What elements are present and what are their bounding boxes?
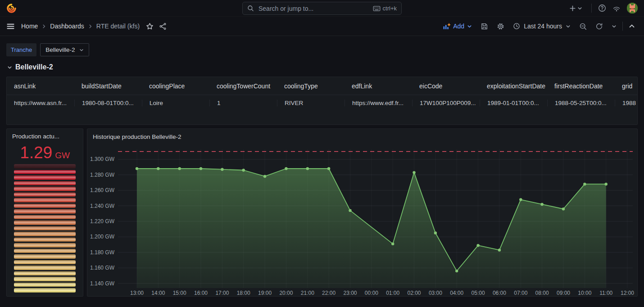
breadcrumb: Home Dashboards RTE detail (kfs) [21,23,140,30]
svg-text:15:00: 15:00 [173,290,186,296]
led-gauge-segment [14,220,76,225]
help-icon[interactable] [598,4,606,12]
add-panel-button[interactable]: Add [440,21,475,32]
svg-text:05:00: 05:00 [472,290,485,296]
led-gauge-segment [14,198,76,202]
chevron-right-icon [41,24,46,29]
table-header-row: asnLinkbuildStartDatecoolingPlacecooling… [7,77,637,95]
table-cell: 1980-08-01T00:0... [74,100,142,106]
svg-text:02:00: 02:00 [407,290,421,296]
breadcrumb-home[interactable]: Home [21,23,38,30]
save-dashboard-button[interactable] [478,21,491,32]
svg-text:1.300 GW: 1.300 GW [90,156,115,162]
history-chart-panel: Historique production Belleville-2 1.140… [87,128,638,297]
row-section-header[interactable]: Belleville-2 [7,63,53,71]
svg-text:14:00: 14:00 [151,290,165,296]
svg-text:18:00: 18:00 [237,290,250,296]
led-gauge-segment [14,266,76,270]
led-gauge-segment [14,232,76,236]
table-column-header[interactable]: eicCode [412,82,480,90]
panel-title-history[interactable]: Historique production Belleville-2 [93,133,181,140]
svg-text:04:00: 04:00 [450,290,463,296]
table-column-header[interactable]: asnLink [7,82,74,90]
user-avatar[interactable] [627,3,638,14]
table-column-header[interactable]: grid [615,82,637,90]
led-gauge-segment [14,170,76,174]
star-dashboard-button[interactable] [143,21,156,32]
table-column-header[interactable]: coolingTowerCount [209,82,277,90]
svg-text:07:00: 07:00 [514,290,527,296]
table-column-header[interactable]: exploitationStartDate [480,82,547,90]
variable-value-dropdown[interactable]: Belleville-2 [40,43,89,56]
led-gauge-segment [14,215,76,220]
svg-text:19:00: 19:00 [258,290,272,296]
table-column-header[interactable]: coolingPlace [142,82,209,90]
zoom-out-time-button[interactable] [576,21,590,32]
add-button-label: Add [453,23,464,30]
row-section-title: Belleville-2 [15,63,53,71]
refresh-button[interactable] [593,21,606,32]
panel-title-production[interactable]: Production actu... [12,133,79,140]
dashboard-settings-button[interactable] [494,21,507,32]
dashboard-toolbar: Home Dashboards RTE detail (kfs) Add [0,17,644,36]
time-range-label: Last 24 hours [524,23,562,30]
search-input[interactable] [258,5,369,13]
share-dashboard-button[interactable] [156,21,169,32]
table-column-header[interactable]: edfLink [345,82,412,90]
dashboard-variables: Tranche Belleville-2 [6,43,89,56]
reactor-info-table-panel: asnLinkbuildStartDatecoolingPlacecooling… [6,77,638,125]
top-nav-bar: ctrl+k [0,0,644,17]
led-gauge-segment [14,226,76,231]
breadcrumb-current: RTE detail (kfs) [96,23,140,30]
svg-text:16:00: 16:00 [194,290,208,296]
svg-text:1.180 GW: 1.180 GW [90,249,115,256]
led-gauge-segment [14,192,76,197]
mega-menu-icon[interactable] [6,22,15,31]
collapse-toolbar-button[interactable] [626,21,638,31]
svg-text:00:00: 00:00 [365,290,378,296]
svg-text:08:00: 08:00 [535,290,549,296]
led-gauge-segment [14,260,76,265]
svg-text:1.260 GW: 1.260 GW [90,187,115,193]
led-gauge-segment [14,238,76,242]
svg-text:06:00: 06:00 [493,290,506,296]
led-gauge-segment [14,204,76,208]
led-gauge-segment [14,277,76,281]
svg-text:12:00: 12:00 [621,290,634,296]
production-gauge-panel: Production actu... 1.29 GW [6,128,83,297]
led-gauge-segment [14,283,76,287]
breadcrumb-dashboards[interactable]: Dashboards [50,23,84,30]
news-rss-icon[interactable] [612,4,621,12]
table-column-header[interactable]: coolingType [277,82,345,90]
chevron-down-icon [467,24,472,29]
svg-text:22:00: 22:00 [322,290,336,296]
chevron-right-icon [88,24,93,29]
chevron-down-icon [566,24,571,29]
svg-text:13:00: 13:00 [130,290,144,296]
grafana-logo[interactable] [6,3,17,14]
table-cell: 1988 [615,100,637,106]
svg-text:01:00: 01:00 [386,290,399,296]
search-icon [247,5,254,12]
global-search[interactable]: ctrl+k [242,2,402,15]
refresh-interval-dropdown[interactable] [609,22,619,31]
led-gauge-segment [14,209,76,214]
svg-text:10:00: 10:00 [578,290,591,296]
table-column-header[interactable]: buildStartDate [74,82,142,90]
time-range-picker[interactable]: Last 24 hours [510,21,573,32]
table-cell: Loire [142,100,209,106]
svg-text:03:00: 03:00 [429,290,442,296]
new-menu-button[interactable] [567,3,585,14]
led-gauge-segment [14,254,76,259]
table-row: https://www.asn.fr...1980-08-01T00:0...L… [7,95,637,111]
led-gauge-segment [14,187,76,191]
svg-text:1.200 GW: 1.200 GW [90,234,115,240]
svg-text:1.220 GW: 1.220 GW [90,218,115,225]
chevron-down-icon [612,24,617,29]
time-series-plot[interactable]: 1.140 GW1.160 GW1.180 GW1.200 GW1.220 GW… [87,149,637,298]
led-bar-gauge [14,164,76,293]
table-cell: 1989-01-01T00:0... [480,100,547,106]
table-column-header[interactable]: firstReactionDate [547,82,615,90]
led-gauge-segment [14,243,76,247]
reactor-info-table: asnLinkbuildStartDatecoolingPlacecooling… [7,77,637,124]
